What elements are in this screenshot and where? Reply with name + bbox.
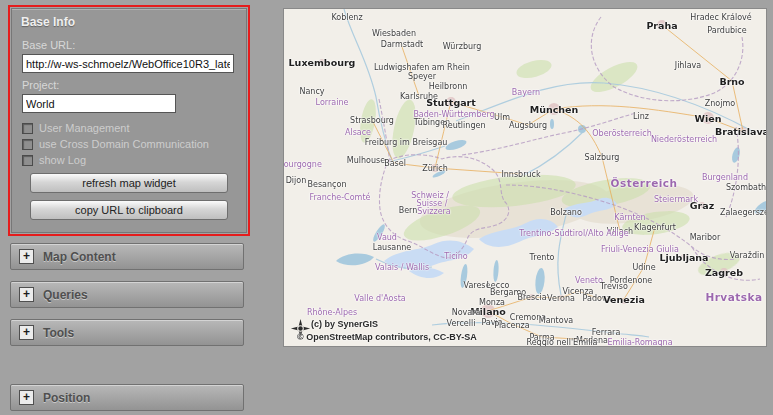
- map-label: Basel: [384, 159, 406, 168]
- map-label: Bayern: [512, 88, 540, 97]
- map-label: Mantova: [539, 316, 574, 325]
- map-label: Rhône-Alpes: [307, 308, 357, 317]
- map-label: Schweiz /: [411, 191, 449, 200]
- map-label: Mulhouse: [347, 156, 385, 165]
- checkbox[interactable]: [22, 123, 33, 134]
- panel-position[interactable]: +Position: [10, 384, 244, 411]
- map-label: Stuttgart: [426, 97, 476, 108]
- sidebar: Base Info Base URL: Project: User Manage…: [8, 5, 250, 415]
- checkbox[interactable]: [22, 139, 33, 150]
- map-label: Linz: [633, 112, 649, 121]
- map-label: Graz: [690, 200, 714, 211]
- map-label: Brno: [719, 76, 744, 87]
- map-label: Emilia-Romagna: [607, 338, 672, 347]
- expand-icon[interactable]: +: [19, 325, 34, 340]
- map-label: Bolzano: [550, 208, 582, 217]
- map-label: Dijon: [286, 176, 307, 185]
- panel-base-info-header[interactable]: Base Info: [12, 9, 246, 31]
- map-label: Ljubljana: [660, 252, 709, 263]
- panel-tools[interactable]: +Tools: [10, 319, 244, 346]
- checkbox-row[interactable]: use Cross Domain Communication: [22, 138, 236, 150]
- refresh-map-widget-button[interactable]: refresh map widget: [30, 173, 228, 193]
- map-label: Reutlingen: [443, 121, 486, 130]
- checkbox[interactable]: [22, 155, 33, 166]
- map-label: Zürich: [422, 164, 448, 173]
- map-label: Varese: [464, 281, 491, 290]
- map-label: Varaždin: [730, 251, 765, 260]
- map-label: Niederösterreich: [651, 135, 717, 144]
- map-label: Villach: [607, 227, 633, 236]
- map-label: Wiesbaden: [372, 29, 416, 38]
- map-label: Maribor: [690, 233, 721, 242]
- checkbox-label: User Management: [39, 122, 130, 134]
- map-label: Klagenfurt: [634, 223, 676, 232]
- map-label: Strasbourg: [350, 116, 394, 125]
- checkbox-row[interactable]: User Management: [22, 122, 236, 134]
- map-label: Praha: [646, 20, 677, 31]
- map-label: Franche-Comté: [310, 193, 371, 202]
- map-label: Modena: [576, 336, 608, 345]
- collapsed-panels: +Map Content+Queries+Tools+Position: [8, 243, 250, 411]
- map-label: Würzburg: [443, 42, 482, 51]
- map-label: Svizzera: [417, 207, 451, 216]
- map-label: München: [530, 104, 579, 115]
- map-label: Pordenone: [610, 276, 653, 285]
- checkbox-list: User Managementuse Cross Domain Communic…: [22, 122, 236, 166]
- map-label: Zagreb: [705, 267, 743, 278]
- project-label: Project:: [22, 79, 236, 91]
- map-label: Nancy: [299, 87, 324, 96]
- map-label: Vercelli: [447, 319, 476, 328]
- map-label: Augsburg: [509, 121, 547, 130]
- map-widget[interactable]: KoblenzHradec KrálovéWiesbadenPrahaPardu…: [283, 8, 767, 347]
- panel-map-content[interactable]: +Map Content: [10, 243, 244, 270]
- map-label: Friuli-Venezia Giulia: [601, 245, 679, 254]
- map-label: Jihlava: [675, 61, 701, 70]
- map-label: Szombathely: [726, 183, 767, 192]
- map-label: Koblenz: [331, 13, 362, 22]
- map-label: Monza: [479, 298, 505, 307]
- map-label: Zalaegerszeg: [720, 208, 767, 217]
- map-label: Ticino: [444, 252, 467, 261]
- expand-icon[interactable]: +: [19, 287, 34, 302]
- panel-title: Map Content: [43, 250, 116, 264]
- map-label: Salzburg: [585, 153, 620, 162]
- map-label: Besançon: [308, 180, 347, 189]
- project-input[interactable]: [22, 94, 176, 113]
- panel-base-info: Base Info Base URL: Project: User Manage…: [11, 8, 247, 233]
- map-label: Innsbruck: [501, 170, 540, 179]
- map-label: Padova: [583, 294, 612, 303]
- map-label: Verona: [547, 294, 575, 303]
- panel-title: Position: [43, 391, 90, 405]
- map-label: Ferrara: [592, 328, 621, 337]
- base-url-input[interactable]: [22, 54, 234, 73]
- map-label: Bourgogne: [283, 160, 322, 169]
- map-label: Freiburg im Breisgau: [365, 138, 448, 147]
- map-label: Brescia: [517, 293, 546, 302]
- map-label: Burgenland: [702, 173, 748, 182]
- map-label: Veneto: [575, 276, 603, 285]
- map-label: Kärnten: [614, 213, 645, 222]
- map-label: Trento: [530, 253, 555, 262]
- checkbox-label: use Cross Domain Communication: [39, 138, 209, 150]
- checkbox-row[interactable]: show Log: [22, 154, 236, 166]
- panel-queries[interactable]: +Queries: [10, 281, 244, 308]
- map-label: Bratislava: [715, 126, 767, 137]
- map-labels: KoblenzHradec KrálovéWiesbadenPrahaPardu…: [284, 9, 766, 346]
- map-label: Steiermark: [654, 195, 698, 204]
- map-label: Vicenza: [562, 287, 593, 296]
- map-label: Luxembourg: [289, 57, 356, 68]
- map-label: Trentino-Südtirol/Alto Adige: [519, 229, 629, 238]
- map-label: Bergamo: [490, 288, 526, 297]
- map-label: Reggio nell'Emilia: [527, 338, 598, 347]
- map-label: Tübingen: [414, 118, 450, 127]
- map-label: Hrvatska: [705, 291, 762, 303]
- expand-icon[interactable]: +: [19, 249, 34, 264]
- map-label: Vaud: [377, 233, 397, 242]
- panel-title: Queries: [43, 288, 88, 302]
- map-label: Heilbronn: [429, 82, 468, 91]
- map-label: Lorraine: [316, 98, 349, 107]
- map-label: Milano: [470, 306, 506, 317]
- copy-url-button[interactable]: copy URL to clipboard: [30, 200, 228, 220]
- map-label: Ulm: [494, 113, 510, 122]
- expand-icon[interactable]: +: [19, 390, 34, 405]
